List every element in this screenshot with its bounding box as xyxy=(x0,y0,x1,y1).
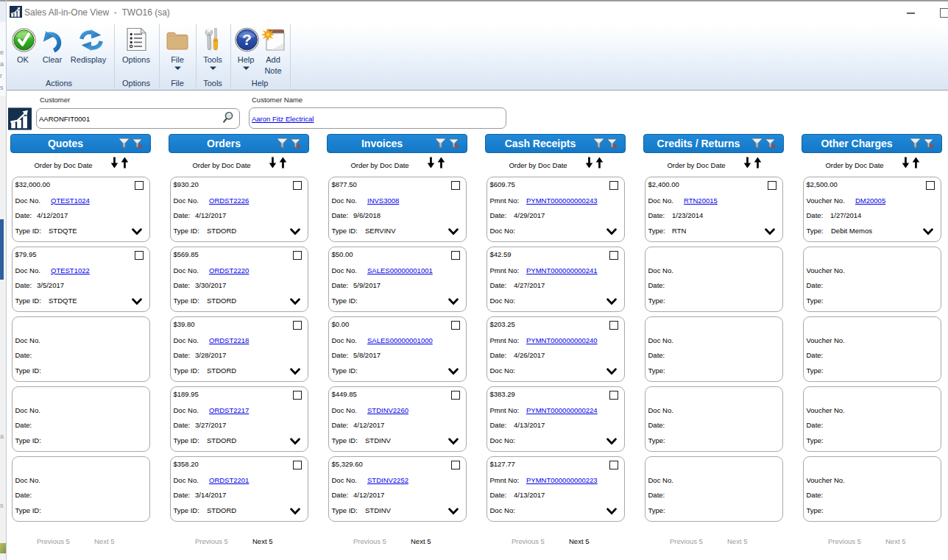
svg-text:?: ? xyxy=(242,31,252,48)
